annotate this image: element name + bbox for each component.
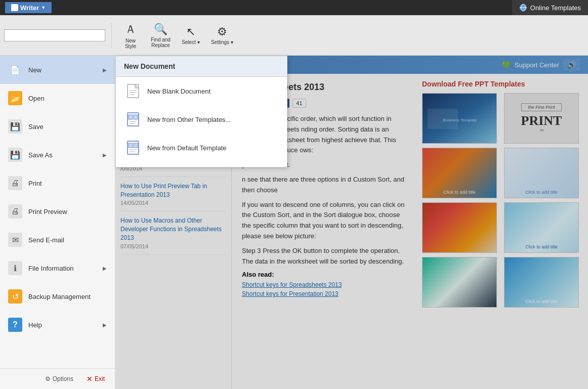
new-blank-label: New Blank Document — [147, 88, 211, 95]
menu-backup-label: Backup Management — [28, 293, 107, 300]
svg-rect-8 — [129, 115, 133, 119]
menu-file-info-label: File Information — [28, 265, 97, 272]
select-icon: ↖ — [186, 25, 195, 38]
menu-item-save[interactable]: 💾 Save — [0, 112, 115, 141]
exit-label: Exit — [95, 375, 105, 382]
new-style-icon: Ａ — [125, 22, 136, 37]
save-icon: 💾 — [8, 119, 22, 134]
main-area: 📄 New ▶ 📂 Open 💾 Save 💾 Save As ▶ 🖨 Prin… — [0, 56, 588, 389]
new-other-icon — [126, 112, 140, 126]
menu-item-open[interactable]: 📂 Open — [0, 84, 115, 112]
svg-rect-9 — [134, 115, 138, 119]
menu-item-backup[interactable]: ↺ Backup Management — [0, 282, 115, 311]
options-button[interactable]: ⚙ Options — [41, 373, 77, 384]
new-style-button[interactable]: Ａ NewStyle — [118, 20, 143, 51]
open-icon: 📂 — [8, 91, 22, 105]
print-preview-icon: 🖨 — [8, 204, 22, 219]
menu-print-label: Print — [28, 180, 107, 187]
svg-rect-14 — [134, 143, 138, 148]
online-templates-label: Online Templates — [530, 4, 581, 12]
file-menu: 📄 New ▶ 📂 Open 💾 Save 💾 Save As ▶ 🖨 Prin… — [0, 56, 115, 389]
backup-icon: ↺ — [8, 289, 22, 304]
select-label: Select ▾ — [182, 39, 200, 45]
menu-print-preview-label: Print Preview — [28, 208, 107, 215]
menu-save-as-arrow: ▶ — [103, 152, 107, 158]
writer-logo-icon — [11, 4, 18, 11]
menu-save-label: Save — [28, 123, 107, 131]
menu-item-send-email[interactable]: ✉ Send E-mail — [0, 226, 115, 254]
menu-file-info-arrow: ▶ — [103, 266, 107, 271]
save-as-icon: 💾 — [8, 148, 22, 162]
menu-new-arrow: ▶ — [103, 67, 107, 73]
options-label: Options — [53, 375, 73, 382]
new-blank-icon — [126, 84, 140, 98]
writer-label: Writer — [20, 4, 39, 12]
menu-new-label: New — [28, 66, 97, 74]
settings-button[interactable]: ⚙ Settings ▾ — [207, 20, 237, 51]
top-bar: Writer ▼ Online Templates — [0, 0, 588, 15]
find-replace-label: Find and Replace — [151, 37, 171, 48]
writer-app-button[interactable]: Writer ▼ — [5, 2, 52, 13]
file-menu-footer: ⚙ Options ✕ Exit — [0, 368, 115, 389]
new-other-label: New from Other Templates... — [147, 116, 231, 123]
menu-help-label: Help — [28, 321, 97, 329]
svg-rect-13 — [129, 143, 133, 148]
new-style-label: NewStyle — [125, 38, 136, 49]
menu-item-save-as[interactable]: 💾 Save As ▶ — [0, 141, 115, 169]
menu-item-new[interactable]: 📄 New ▶ — [0, 56, 115, 84]
email-icon: ✉ — [8, 233, 22, 247]
exit-button[interactable]: ✕ Exit — [82, 373, 109, 385]
find-replace-button[interactable]: 🔍 Find and Replace — [147, 20, 174, 51]
new-default-item[interactable]: New from Default Template — [116, 134, 287, 162]
toolbar-divider-1 — [111, 23, 112, 48]
settings-icon: ⚙ — [217, 25, 227, 38]
menu-item-print-preview[interactable]: 🖨 Print Preview — [0, 197, 115, 226]
options-icon: ⚙ — [45, 375, 51, 382]
new-icon: 📄 — [8, 63, 22, 77]
new-other-templates-item[interactable]: New from Other Templates... — [116, 105, 287, 134]
new-document-panel: New Document New Blank Document New from… — [115, 56, 287, 167]
exit-icon: ✕ — [87, 375, 93, 383]
search-input[interactable] — [4, 29, 105, 41]
file-info-icon: ℹ — [8, 261, 22, 275]
new-blank-item[interactable]: New Blank Document — [116, 77, 287, 105]
online-templates-tab[interactable]: Online Templates — [512, 0, 588, 15]
menu-save-as-label: Save As — [28, 151, 97, 159]
new-document-title: New Document — [116, 56, 287, 77]
find-replace-icon: 🔍 — [154, 23, 167, 36]
online-templates-icon — [519, 4, 527, 12]
menu-item-print[interactable]: 🖨 Print — [0, 169, 115, 197]
writer-dropdown-icon: ▼ — [41, 5, 46, 10]
settings-label: Settings ▾ — [211, 39, 233, 45]
toolbar: Ａ NewStyle 🔍 Find and Replace ↖ Select ▾… — [0, 15, 588, 56]
help-icon: ? — [8, 318, 22, 332]
print-icon: 🖨 — [8, 176, 22, 190]
menu-email-label: Send E-mail — [28, 236, 107, 244]
menu-open-label: Open — [28, 95, 107, 102]
menu-item-file-info[interactable]: ℹ File Information ▶ — [0, 254, 115, 282]
menu-help-arrow: ▶ — [103, 322, 107, 328]
select-button[interactable]: ↖ Select ▾ — [178, 20, 203, 51]
new-default-label: New from Default Template — [147, 144, 227, 152]
new-default-icon — [126, 141, 140, 155]
menu-item-help[interactable]: ? Help ▶ — [0, 311, 115, 339]
